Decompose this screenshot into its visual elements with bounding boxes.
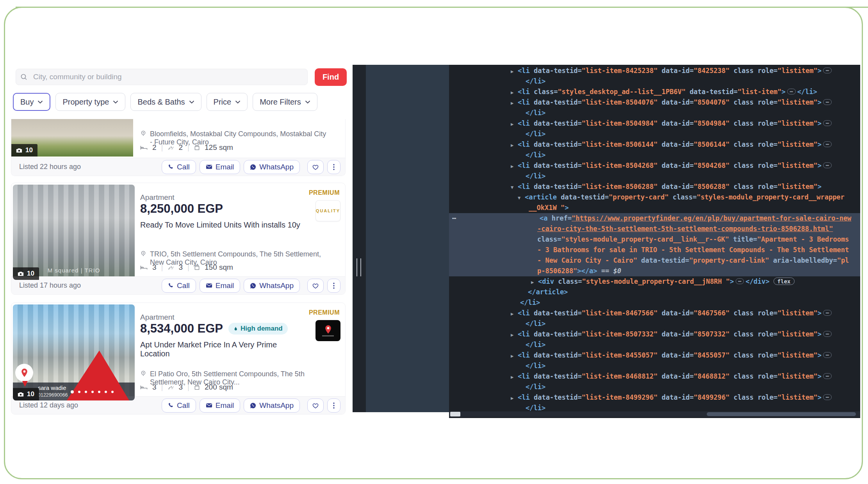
favorite-button[interactable] — [307, 399, 324, 413]
code-line[interactable]: ▶<li class="styles_desktop_ad--list__1PB… — [449, 87, 860, 97]
disclosure-arrow[interactable]: ▶ — [511, 330, 518, 340]
favorite-button[interactable] — [307, 160, 324, 174]
devtools-drag-handle[interactable] — [356, 258, 361, 276]
code-line[interactable]: </li> — [449, 171, 860, 182]
code-line[interactable]: ▶<div class="styles-module_property-card… — [449, 276, 860, 287]
code-line[interactable]: </li> — [449, 297, 860, 308]
whatsapp-button[interactable]: WhatsApp — [244, 160, 300, 174]
code-line[interactable]: ▼<li data-testid="list-item-8506288" dat… — [449, 182, 860, 192]
disclosure-arrow[interactable]: ▶ — [511, 372, 518, 383]
code-line[interactable]: p-8506288"></a> == $0 — [449, 266, 860, 276]
expand-ellipsis-button[interactable]: ⋯ — [823, 331, 832, 337]
call-button[interactable]: Call — [162, 160, 196, 174]
filter-pill-beds-baths[interactable]: Beds & Baths — [130, 93, 201, 111]
code-line[interactable]: ▶<li data-testid="list-item-8468812" dat… — [449, 371, 860, 382]
code-line[interactable]: ⋯<a href="https://www.propertyfinder.eg/… — [449, 213, 860, 224]
code-line[interactable]: ▶<li data-testid="list-item-8504076" dat… — [449, 97, 860, 108]
search-input[interactable] — [16, 69, 308, 85]
expand-ellipsis-button[interactable]: ⋯ — [787, 89, 796, 94]
code-token: "list-item-8468812" — [582, 372, 658, 380]
expand-ellipsis-button[interactable]: ⋯ — [823, 99, 832, 105]
disclosure-arrow[interactable]: ▶ — [531, 277, 538, 288]
code-line[interactable]: ▼<article data-testid="property-card" cl… — [449, 192, 860, 203]
code-line[interactable]: -cairo-city-the-5th-settlement-5th-settl… — [449, 224, 860, 234]
code-line[interactable]: </li> — [449, 361, 860, 371]
carousel-dot[interactable] — [78, 391, 80, 393]
code-line[interactable]: </li> — [449, 129, 860, 139]
expand-ellipsis-button[interactable]: ⋯ — [823, 68, 832, 73]
disclosure-arrow[interactable]: ▶ — [511, 351, 518, 361]
code-line[interactable]: ▶<li data-testid="list-item-8499296" dat… — [449, 392, 860, 403]
code-line[interactable]: </li> — [449, 108, 860, 118]
disclosure-arrow[interactable]: ▶ — [511, 119, 518, 130]
email-button[interactable]: Email — [200, 279, 241, 293]
code-line[interactable]: __OkX1W "> — [449, 203, 860, 213]
devtools-elements-panel[interactable]: ▶<li data-testid="list-item-8425238" dat… — [449, 65, 860, 418]
filter-pill-property-type[interactable]: Property type — [55, 93, 125, 111]
disclosure-arrow[interactable]: ▶ — [511, 66, 518, 77]
code-line[interactable]: ▶<li data-testid="list-item-8467566" dat… — [449, 308, 860, 319]
code-line[interactable]: </li> — [449, 382, 860, 392]
disclosure-arrow[interactable]: ▶ — [511, 309, 518, 319]
property-card[interactable]: 10Bloomfields, Mostakbal City Compounds,… — [11, 119, 346, 176]
filter-pill-price[interactable]: Price — [207, 93, 248, 111]
code-line[interactable]: </li> — [449, 340, 860, 350]
expand-ellipsis-button[interactable]: ⋯ — [823, 394, 832, 400]
more-options-button[interactable] — [327, 279, 340, 293]
code-line[interactable]: ▶<li data-testid="list-item-8506144" dat… — [449, 139, 860, 150]
code-line[interactable]: </li> — [449, 319, 860, 329]
more-options-button[interactable] — [327, 399, 340, 413]
property-photo[interactable]: 10M squared | TRIO — [13, 185, 135, 280]
filter-pill-more-filters[interactable]: More Filters — [253, 93, 317, 111]
favorite-button[interactable] — [307, 279, 324, 293]
disclosure-arrow[interactable]: ▼ — [511, 182, 518, 193]
expand-ellipsis-button[interactable]: ⋯ — [736, 278, 744, 284]
code-line[interactable]: ▶<li data-testid="list-item-8504268" dat… — [449, 160, 860, 171]
carousel-dot[interactable] — [111, 391, 114, 393]
disclosure-arrow[interactable]: ▼ — [518, 193, 525, 203]
code-line[interactable]: ▶<li data-testid="list-item-8425238" dat… — [449, 66, 860, 76]
devtools-hscrollbar-thumb[interactable] — [707, 412, 856, 416]
property-photo[interactable]: 10sara wadie01229690066 — [13, 304, 135, 400]
code-line[interactable]: </li> — [449, 76, 860, 87]
expand-ellipsis-button[interactable]: ⋯ — [823, 310, 832, 316]
expand-ellipsis-button[interactable]: ⋯ — [823, 141, 832, 147]
whatsapp-button[interactable]: WhatsApp — [244, 399, 300, 413]
disclosure-arrow[interactable]: ▶ — [511, 140, 518, 151]
find-button[interactable]: Find — [315, 68, 347, 86]
filter-pill-buy[interactable]: Buy — [13, 93, 50, 111]
disclosure-arrow[interactable]: ▶ — [511, 98, 518, 109]
code-token: "styles-module_property-card__link__r--G… — [561, 235, 729, 243]
node-actions-ellipsis[interactable]: ⋯ — [452, 213, 456, 224]
property-photo[interactable]: 10 — [11, 119, 133, 157]
email-button[interactable]: Email — [200, 160, 241, 174]
more-options-button[interactable] — [327, 160, 340, 174]
carousel-dot[interactable] — [98, 391, 100, 393]
disclosure-arrow[interactable]: ▶ — [511, 87, 518, 98]
property-card[interactable]: 10sara wadie01229690066PREMIUMApartment8… — [11, 302, 346, 415]
disclosure-arrow[interactable]: ▶ — [511, 393, 518, 404]
code-line[interactable]: - New Cairo City - Cairo" data-testid="p… — [449, 255, 860, 266]
carousel-dots[interactable] — [71, 390, 114, 393]
code-line[interactable]: </article> — [449, 287, 860, 297]
carousel-dot[interactable] — [71, 390, 74, 393]
carousel-dot[interactable] — [85, 391, 87, 393]
call-button[interactable]: Call — [162, 399, 196, 413]
email-button[interactable]: Email — [200, 399, 241, 413]
expand-ellipsis-button[interactable]: ⋯ — [823, 120, 832, 126]
property-card[interactable]: 10M squared | TRIOPREMIUMQUALITYApartmen… — [11, 183, 346, 295]
expand-ellipsis-button[interactable]: ⋯ — [823, 162, 832, 168]
whatsapp-button[interactable]: WhatsApp — [244, 279, 300, 293]
disclosure-arrow[interactable]: ▶ — [511, 161, 518, 172]
expand-ellipsis-button[interactable]: ⋯ — [823, 373, 832, 379]
call-button[interactable]: Call — [162, 279, 196, 293]
carousel-dot[interactable] — [91, 391, 94, 393]
carousel-dot[interactable] — [105, 391, 107, 393]
code-line[interactable]: ▶<li data-testid="list-item-8455057" dat… — [449, 350, 860, 361]
code-line[interactable]: ▶<li data-testid="list-item-8507332" dat… — [449, 329, 860, 340]
expand-ellipsis-button[interactable]: ⋯ — [823, 352, 832, 358]
code-line[interactable]: - 3 Bathrooms for sale in TRIO - 5th Set… — [449, 245, 860, 255]
code-line[interactable]: </li> — [449, 150, 860, 160]
code-line[interactable]: ▶<li data-testid="list-item-8504984" dat… — [449, 118, 860, 129]
code-line[interactable]: class="styles-module_property-card__link… — [449, 234, 860, 245]
